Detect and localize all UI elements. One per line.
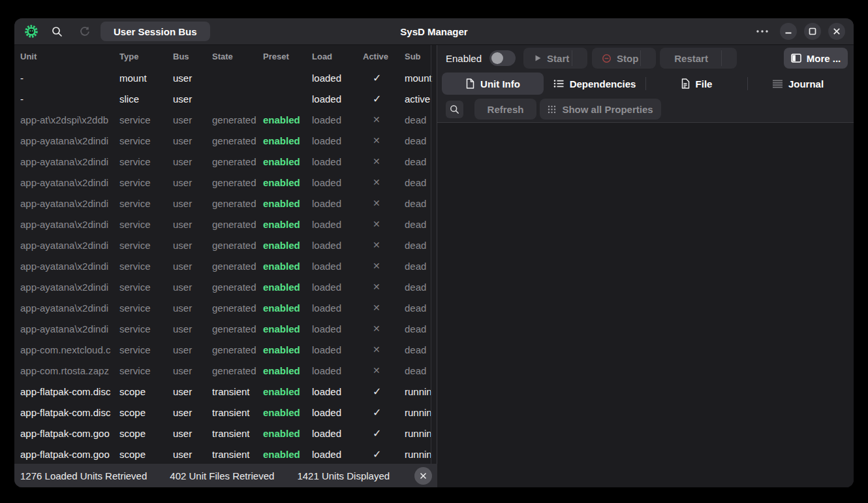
stop-icon bbox=[602, 54, 612, 63]
split-separator bbox=[640, 50, 641, 66]
cell-state: generated bbox=[212, 240, 263, 251]
maximize-button[interactable] bbox=[804, 23, 821, 40]
tab-file[interactable]: File bbox=[645, 73, 747, 95]
toast-close-button[interactable] bbox=[414, 467, 432, 485]
cell-preset: enabled bbox=[263, 302, 312, 314]
detail-search-button[interactable] bbox=[446, 101, 463, 118]
cell-load: loaded bbox=[312, 386, 363, 397]
active-state-icon: ✕ bbox=[363, 282, 405, 292]
enabled-toggle[interactable] bbox=[489, 50, 516, 66]
active-state-icon: ✕ bbox=[363, 261, 405, 271]
cell-sub: running bbox=[405, 428, 432, 439]
split-separator bbox=[572, 50, 572, 66]
unit-row[interactable]: app-ayatana\x2dindi service user generat… bbox=[14, 214, 437, 235]
cell-type: service bbox=[119, 135, 173, 146]
column-header-preset[interactable]: Preset bbox=[263, 52, 312, 61]
cell-state: generated bbox=[212, 177, 263, 188]
bus-selector-button[interactable]: User Session Bus bbox=[101, 22, 210, 41]
unit-row[interactable]: app-ayatana\x2dindi service user generat… bbox=[14, 276, 437, 297]
stop-button[interactable]: Stop bbox=[592, 48, 656, 69]
cell-sub: dead bbox=[405, 114, 432, 125]
cell-type: mount bbox=[119, 73, 173, 84]
unit-row[interactable]: app-ayatana\x2dindi service user generat… bbox=[14, 255, 437, 276]
active-state-icon: ✕ bbox=[363, 323, 405, 334]
unit-row[interactable]: app-at\x2dspi\x2ddb service user generat… bbox=[14, 109, 437, 130]
cell-sub: dead bbox=[405, 240, 432, 251]
tab-label: Journal bbox=[788, 78, 824, 89]
cell-unit: - bbox=[20, 73, 119, 84]
cell-type: scope bbox=[119, 428, 173, 439]
unit-row[interactable]: app-ayatana\x2dindi service user generat… bbox=[14, 297, 437, 318]
column-header-load[interactable]: Load bbox=[312, 52, 363, 61]
tab-journal[interactable]: Journal bbox=[747, 73, 849, 95]
reload-button[interactable] bbox=[78, 26, 90, 37]
cell-bus: user bbox=[173, 407, 212, 418]
cell-unit: app-ayatana\x2dindi bbox=[20, 323, 119, 334]
column-header-bus[interactable]: Bus bbox=[173, 52, 212, 61]
unit-row[interactable]: app-flatpak-com.disc scope user transien… bbox=[14, 402, 437, 423]
cell-unit: app-ayatana\x2dindi bbox=[20, 156, 119, 167]
tab-unit-info[interactable]: Unit Info bbox=[442, 73, 544, 95]
unit-row[interactable]: app-ayatana\x2dindi service user generat… bbox=[14, 172, 437, 193]
unit-row[interactable]: app-com.rtosta.zapz service user generat… bbox=[14, 360, 437, 381]
column-header-sub[interactable]: Sub bbox=[405, 52, 432, 61]
cell-sub: dead bbox=[405, 198, 432, 209]
minimize-button[interactable] bbox=[780, 23, 797, 40]
column-header-active[interactable]: Active bbox=[363, 52, 405, 61]
active-state-icon: ✕ bbox=[363, 135, 405, 146]
cell-preset: enabled bbox=[263, 198, 312, 209]
active-state-icon: ✕ bbox=[363, 240, 405, 250]
unit-row[interactable]: app-ayatana\x2dindi service user generat… bbox=[14, 235, 437, 255]
cell-preset: enabled bbox=[263, 282, 312, 293]
unit-row[interactable]: app-flatpak-com.goo scope user transient… bbox=[14, 423, 437, 444]
unit-row[interactable]: - slice user loaded ✓ active bbox=[14, 88, 437, 109]
unit-row[interactable]: - mount user loaded ✓ mounted bbox=[14, 67, 437, 88]
detail-tabs: Unit Info Dependencies bbox=[442, 73, 849, 95]
unit-row[interactable]: app-ayatana\x2dindi service user generat… bbox=[14, 130, 437, 151]
show-all-properties-button[interactable]: Show all Properties bbox=[540, 99, 661, 120]
minimize-icon bbox=[784, 27, 792, 35]
cell-sub: dead bbox=[405, 261, 432, 272]
cell-unit: app-flatpak-com.disc bbox=[20, 386, 119, 397]
show-all-label: Show all Properties bbox=[562, 104, 653, 115]
cell-bus: user bbox=[173, 323, 212, 334]
unit-row[interactable]: app-ayatana\x2dindi service user generat… bbox=[14, 193, 437, 214]
cell-type: scope bbox=[119, 449, 173, 460]
close-button[interactable] bbox=[828, 23, 845, 40]
cell-bus: user bbox=[173, 219, 212, 230]
active-state-icon: ✓ bbox=[363, 72, 405, 84]
unit-row[interactable]: app-com.nextcloud.c service user generat… bbox=[14, 339, 437, 360]
cell-load: loaded bbox=[312, 407, 363, 418]
cell-unit: app-ayatana\x2dindi bbox=[20, 177, 119, 188]
cell-preset: enabled bbox=[263, 156, 312, 167]
unit-row[interactable]: app-ayatana\x2dindi service user generat… bbox=[14, 151, 437, 172]
cell-type: service bbox=[119, 344, 173, 355]
cell-state: generated bbox=[212, 198, 263, 209]
cell-type: service bbox=[119, 365, 173, 376]
cell-preset: enabled bbox=[263, 365, 312, 376]
menu-button[interactable] bbox=[756, 29, 769, 33]
ellipsis-menu-icon bbox=[756, 29, 769, 33]
more-button[interactable]: More ... bbox=[784, 48, 848, 69]
cell-load: loaded bbox=[312, 261, 363, 272]
cell-state: transient bbox=[212, 449, 263, 460]
cell-bus: user bbox=[173, 177, 212, 188]
restart-button[interactable]: Restart bbox=[660, 48, 737, 69]
unit-row[interactable]: app-flatpak-com.disc scope user transien… bbox=[14, 381, 437, 402]
start-button[interactable]: Start bbox=[523, 48, 587, 69]
search-button[interactable] bbox=[51, 26, 63, 37]
unit-detail-panel: Enabled Start Stop bbox=[437, 45, 854, 487]
cell-sub: active bbox=[405, 93, 432, 105]
unit-row[interactable]: app-ayatana\x2dindi service user generat… bbox=[14, 318, 437, 339]
refresh-properties-button[interactable]: Refresh bbox=[474, 99, 536, 120]
cell-bus: user bbox=[173, 282, 212, 293]
column-header-unit[interactable]: Unit bbox=[20, 52, 119, 61]
column-header-type[interactable]: Type bbox=[119, 52, 173, 61]
tab-dependencies[interactable]: Dependencies bbox=[544, 73, 645, 95]
scrollbar-gutter[interactable] bbox=[431, 45, 431, 487]
unit-row[interactable]: app-flatpak-com.goo scope user transient… bbox=[14, 444, 437, 464]
active-state-icon: ✕ bbox=[363, 344, 405, 355]
column-header-state[interactable]: State bbox=[212, 52, 263, 61]
cell-bus: user bbox=[173, 93, 212, 105]
cell-preset: enabled bbox=[263, 219, 312, 230]
